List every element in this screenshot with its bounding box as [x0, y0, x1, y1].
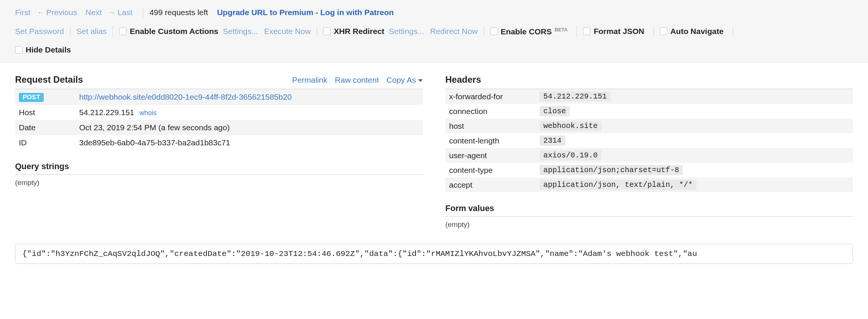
permalink-link[interactable]: Permalink — [292, 76, 327, 85]
table-row: Host 54.212.229.151 whois — [15, 105, 423, 120]
checkbox-icon — [490, 28, 498, 35]
id-value: 3de895eb-6ab0-4a75-b337-ba2ad1b83c71 — [75, 135, 423, 150]
header-value: 54.212.229.151 — [540, 91, 610, 102]
table-row: POST http://webhook.site/e0dd8020-1ec9-4… — [15, 89, 423, 105]
separator — [577, 26, 577, 36]
separator — [317, 26, 317, 36]
header-value: close — [540, 106, 570, 116]
auto-navigate-label: Auto Navigate — [670, 27, 724, 36]
separator — [113, 26, 113, 36]
hide-details-checkbox[interactable]: Hide Details — [15, 45, 71, 54]
arrow-right-icon: → — [109, 9, 115, 17]
toolbar: First ← Previous Next → Last 499 request… — [0, 0, 868, 63]
separator — [653, 26, 654, 36]
separator — [484, 26, 484, 36]
header-name: content-length — [445, 133, 536, 148]
custom-actions-settings-link[interactable]: Settings... — [223, 27, 258, 36]
checkbox-icon — [119, 28, 127, 35]
requests-left: 499 requests left — [149, 8, 208, 17]
header-name: content-type — [445, 163, 536, 177]
headers-title: Headers — [445, 74, 481, 85]
headers-col: Headers x-forwarded-for54.212.229.151con… — [445, 74, 853, 233]
upgrade-link[interactable]: Upgrade URL to Premium - Log in with Pat… — [217, 8, 394, 17]
table-row: acceptapplication/json, text/plain, */* — [445, 177, 853, 192]
host-value: 54.212.229.151 — [79, 108, 134, 117]
set-password-link[interactable]: Set Password — [15, 27, 64, 36]
xhr-settings-link[interactable]: Settings... — [389, 27, 424, 36]
id-label: ID — [15, 135, 75, 150]
header-name: x-forwarded-for — [445, 89, 536, 104]
xhr-redirect-label: XHR Redirect — [334, 27, 384, 36]
content: Request Details Permalink Raw content Co… — [0, 63, 868, 275]
nav-previous[interactable]: Previous — [46, 8, 77, 17]
header-value: application/json;charset=utf-8 — [540, 165, 683, 175]
host-label: Host — [15, 105, 75, 120]
separator — [70, 26, 71, 36]
table-row: connectionclose — [445, 104, 853, 119]
hide-details-label: Hide Details — [26, 45, 71, 54]
header-value: webhook.site — [540, 121, 601, 131]
enable-cors-checkbox[interactable]: Enable CORS BETA — [490, 27, 568, 36]
header-name: connection — [445, 104, 536, 119]
form-values-title: Form values — [445, 203, 494, 213]
header-name: accept — [445, 177, 536, 192]
nav-last[interactable]: Last — [118, 8, 133, 17]
header-value-cell: 54.212.229.151 — [536, 89, 853, 104]
header-value-cell: axios/0.19.0 — [536, 148, 853, 163]
raw-content-link[interactable]: Raw content — [335, 76, 379, 85]
request-details-col: Request Details Permalink Raw content Co… — [15, 74, 423, 233]
header-value-cell: close — [536, 104, 853, 119]
header-value: application/json, text/plain, */* — [540, 180, 696, 190]
request-details-table: POST http://webhook.site/e0dd8020-1ec9-4… — [15, 89, 423, 150]
format-json-checkbox[interactable]: Format JSON — [583, 27, 644, 36]
header-value: axios/0.19.0 — [540, 150, 601, 160]
enable-cors-label: Enable CORS BETA — [501, 27, 568, 36]
form-values-empty: (empty) — [445, 217, 853, 233]
headers-table: x-forwarded-for54.212.229.151connectionc… — [445, 89, 853, 192]
raw-body-box[interactable]: {"id":"h3YznFChZ_cAqSV2qldJOQ","createdD… — [15, 244, 853, 264]
nav-first[interactable]: First — [15, 8, 31, 17]
whois-link[interactable]: whois — [140, 109, 157, 117]
table-row: user-agentaxios/0.19.0 — [445, 148, 853, 163]
header-name: user-agent — [445, 148, 536, 163]
request-details-title: Request Details — [15, 74, 83, 85]
table-row: content-typeapplication/json;charset=utf… — [445, 163, 853, 177]
redirect-now-link[interactable]: Redirect Now — [430, 27, 478, 36]
separator — [733, 26, 733, 36]
query-strings-empty: (empty) — [15, 175, 423, 191]
separator — [143, 8, 143, 17]
header-value-cell: 2314 — [536, 133, 853, 148]
table-row: x-forwarded-for54.212.229.151 — [445, 89, 853, 104]
header-value-cell: webhook.site — [536, 119, 853, 133]
enable-custom-actions-label: Enable Custom Actions — [130, 27, 218, 36]
nav-next[interactable]: Next — [86, 8, 102, 17]
header-value: 2314 — [540, 136, 565, 146]
header-value-cell: application/json;charset=utf-8 — [536, 163, 853, 177]
table-row: ID 3de895eb-6ab0-4a75-b337-ba2ad1b83c71 — [15, 135, 423, 150]
table-row: content-length2314 — [445, 133, 853, 148]
enable-custom-actions-checkbox[interactable]: Enable Custom Actions — [119, 27, 218, 36]
header-value-cell: application/json, text/plain, */* — [536, 177, 853, 192]
checkbox-icon — [323, 28, 331, 35]
header-name: host — [445, 119, 536, 133]
query-strings-title: Query strings — [15, 162, 69, 171]
table-row: Date Oct 23, 2019 2:54 PM (a few seconds… — [15, 120, 423, 135]
request-url-link[interactable]: http://webhook.site/e0dd8020-1ec9-44ff-8… — [79, 92, 292, 101]
arrow-left-icon: ← — [37, 9, 44, 17]
auto-navigate-checkbox[interactable]: Auto Navigate — [660, 27, 724, 36]
format-json-label: Format JSON — [593, 27, 644, 36]
table-row: hostwebhook.site — [445, 119, 853, 133]
copy-as-dropdown[interactable]: Copy As — [386, 76, 423, 85]
execute-now-link[interactable]: Execute Now — [264, 27, 311, 36]
date-value: Oct 23, 2019 2:54 PM (a few seconds ago) — [75, 120, 423, 135]
checkbox-icon — [583, 28, 590, 35]
checkbox-icon — [15, 46, 23, 54]
xhr-redirect-checkbox[interactable]: XHR Redirect — [323, 27, 384, 36]
date-label: Date — [15, 120, 75, 135]
method-badge: POST — [19, 93, 44, 102]
checkbox-icon — [660, 28, 667, 35]
set-alias-link[interactable]: Set alias — [77, 27, 107, 36]
